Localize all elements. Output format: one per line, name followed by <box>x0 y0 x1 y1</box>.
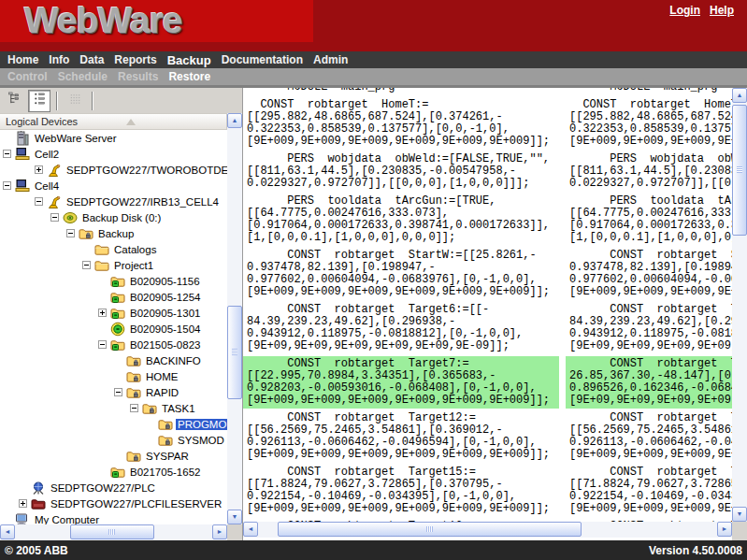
login-link[interactable]: Login <box>669 4 700 17</box>
tree-item-b020905-1301[interactable]: B020905-1301 <box>0 305 227 321</box>
collapse-icon[interactable] <box>82 261 91 269</box>
scroll-up-button[interactable]: ▲ <box>732 88 747 103</box>
tree-item-cell4[interactable]: Cell4 <box>0 178 227 194</box>
code-block: CONST robtarget Target12:=[[56.2569,75.2… <box>247 412 559 461</box>
folder-robot-icon <box>79 226 93 241</box>
code-line: [9E+009,9E+009,9E+009,9E+009,9E+009,9E+0… <box>247 286 559 298</box>
tree-item-task1[interactable]: TASK1 <box>0 400 227 416</box>
backup-set-icon <box>110 322 125 337</box>
tree-item-backinfo[interactable]: BACKINFO <box>0 352 227 368</box>
tree-item-label: Cell4 <box>33 180 61 192</box>
scroll-down-button[interactable]: ▼ <box>732 507 747 522</box>
nav-item-info[interactable]: Info <box>49 53 69 66</box>
tree-item-backup-disk-0[interactable]: Backup Disk (0:) <box>0 209 227 225</box>
expand-icon[interactable] <box>98 309 107 317</box>
nav-item-home[interactable]: Home <box>7 53 38 66</box>
sidebar: Logical Devices WebWare ServerCell2SEDPT… <box>0 88 242 540</box>
network-icon <box>31 481 46 495</box>
nav-item-backup[interactable]: Backup <box>167 53 211 67</box>
toolbar-button-tree-view[interactable] <box>3 90 25 112</box>
collapse-icon[interactable] <box>114 388 122 396</box>
collapse-icon[interactable] <box>66 229 75 237</box>
tree-item-cell2[interactable]: Cell2 <box>0 146 227 162</box>
scroll-right-button[interactable]: ► <box>717 522 732 537</box>
tree-hscroll-thumb[interactable] <box>70 524 154 539</box>
tree-item-sedptgow227-plc[interactable]: SEDPTGOW227/PLC <box>0 480 227 495</box>
expand-icon[interactable] <box>35 165 43 174</box>
collapse-icon[interactable] <box>35 197 43 206</box>
collapse-icon[interactable] <box>50 213 59 222</box>
tree-item-b021705-1652[interactable]: B021705-1652 <box>0 464 227 480</box>
scroll-right-button[interactable]: ► <box>212 524 227 539</box>
tree-item-sedptgow227-tworobotdemoce[interactable]: SEDPTGOW227/TWOROBOTDEMOCE <box>0 162 227 178</box>
tree-item-sedptgow227-irb13-cell4[interactable]: SEDPTGOW227/IRB13_CELL4 <box>0 194 227 209</box>
tree-item-label: Cell2 <box>33 149 61 160</box>
toolbar-separator <box>92 92 93 110</box>
tree-item-b020905-1504[interactable]: B020905-1504 <box>0 321 227 337</box>
code-block: CONST robtarget Target12:=[[56.2569,75.2… <box>569 412 732 461</box>
code-block: MODULE main_prg <box>569 88 732 93</box>
disk-icon <box>63 210 78 225</box>
code-block: PERS tooldata tArcGun:=[TRUE,[[64.7775,0… <box>569 195 732 244</box>
code-block: CONST robtarget HomeT:=[[295.882,48.6865… <box>247 99 559 148</box>
tree-item-progmod[interactable]: PROGMOD <box>0 416 227 432</box>
code-line: [9E+009,9E+009,9E+009,9E+009,9E+009,9E+0… <box>247 136 559 148</box>
tree-horizontal-scrollbar[interactable]: ◄ ► <box>0 524 227 540</box>
tree-item-sedptgow227-plcfileserver[interactable]: SEDPTGOW227/PLCFILESERVER <box>0 495 227 511</box>
code-line: MODULE main_prg <box>569 88 732 93</box>
tree-item-label: B020905-1301 <box>128 308 202 319</box>
tree-item-catalogs[interactable]: Catalogs <box>0 241 227 257</box>
tree-item-sysmod[interactable]: SYSMOD <box>0 432 227 448</box>
nav-item-data[interactable]: Data <box>79 53 104 66</box>
logo-background: WebWare <box>0 0 313 42</box>
tree-item-label: Project1 <box>112 260 155 271</box>
subnav-item-restore[interactable]: Restore <box>168 70 210 83</box>
help-link[interactable]: Help <box>710 4 734 17</box>
tree-item-syspar[interactable]: SYSPAR <box>0 448 227 464</box>
folder-green-icon <box>110 290 125 305</box>
tree-item-webware-server[interactable]: WebWare Server <box>0 130 227 146</box>
copyright-text: © 2005 ABB <box>5 544 68 557</box>
tree-item-b020905-1156[interactable]: B020905-1156 <box>0 273 227 289</box>
sub-menu-bar: ControlScheduleResultsRestore <box>0 68 747 88</box>
tree-item-my-computer[interactable]: My Computer <box>0 511 227 524</box>
code-horizontal-scrollbar[interactable]: ◄ ► <box>243 522 732 538</box>
code-hscroll-thumb[interactable] <box>278 522 582 537</box>
collapse-icon[interactable] <box>130 404 138 412</box>
tree-item-label: BACKINFO <box>144 355 203 366</box>
nav-item-reports[interactable]: Reports <box>114 53 156 66</box>
scroll-left-button[interactable]: ◄ <box>243 522 258 537</box>
code-vertical-scrollbar[interactable]: ▲ ▼ <box>732 88 747 522</box>
code-vscroll-thumb[interactable] <box>732 105 747 236</box>
tree-item-b020905-1254[interactable]: B020905-1254 <box>0 289 227 305</box>
collapse-icon[interactable] <box>3 181 11 190</box>
collapse-icon[interactable] <box>98 340 107 349</box>
tree-item-backup[interactable]: Backup <box>0 225 227 241</box>
tree-item-b021505-0823[interactable]: B021505-0823 <box>0 337 227 352</box>
expand-icon[interactable] <box>19 499 27 508</box>
logical-devices-header[interactable]: Logical Devices <box>0 113 227 130</box>
scroll-left-button[interactable]: ◄ <box>0 524 15 539</box>
code-pane-left[interactable]: MODULE main_prg CONST robtarget HomeT:=[… <box>243 88 559 522</box>
tree-item-project1[interactable]: Project1 <box>0 257 227 273</box>
scroll-down-button[interactable]: ▼ <box>227 510 242 524</box>
device-tree[interactable]: WebWare ServerCell2SEDPTGOW227/TWOROBOTD… <box>0 130 227 524</box>
folder-robot-icon <box>142 401 157 416</box>
main-menu-bar: HomeInfoDataReportsBackupDocumentationAd… <box>0 51 747 68</box>
nav-item-admin[interactable]: Admin <box>313 53 348 66</box>
red-folder-icon <box>31 496 46 511</box>
tree-vscroll-thumb[interactable] <box>227 306 242 399</box>
robot-icon <box>47 163 62 178</box>
tree-item-home[interactable]: HOME <box>0 368 227 384</box>
toolbar-button-org-view[interactable] <box>28 90 50 112</box>
folder-robot-icon <box>158 433 173 448</box>
tree-item-rapid[interactable]: RAPID <box>0 384 227 400</box>
tree-vertical-scrollbar[interactable]: ▲ ▼ <box>227 113 242 524</box>
nav-item-documentation[interactable]: Documentation <box>222 53 303 66</box>
code-pane-right[interactable]: MODULE main_prg CONST robtarget HomeT:=[… <box>566 88 732 522</box>
collapse-icon[interactable] <box>3 150 11 158</box>
scroll-up-button[interactable]: ▲ <box>227 113 242 128</box>
workstation-icon <box>15 179 30 194</box>
banner-links: Login Help <box>669 4 734 17</box>
status-bar: © 2005 ABB Version 4.50.0008 <box>0 540 747 560</box>
